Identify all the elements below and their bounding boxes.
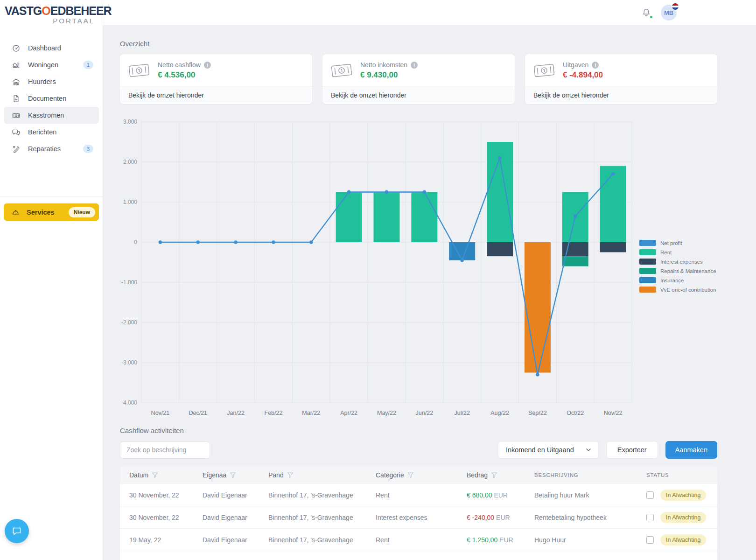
column-label: Bedrag <box>467 471 488 479</box>
sidebar-nav: Dashboard Woningen1 Huurders Documenten … <box>0 40 103 157</box>
sidebar-item-kasstromen[interactable]: Kasstromen <box>4 107 99 124</box>
cell-amount: € 680,00 EUR <box>467 491 534 499</box>
sidebar-item-reparaties[interactable]: Reparaties3 <box>4 140 99 157</box>
column-header: Eigenaa <box>203 471 268 479</box>
table-row[interactable]: 30 November, 22 David Eigenaar Binnenhof… <box>120 506 717 529</box>
sidebar-item-berichten[interactable]: Berichten <box>4 124 99 140</box>
banknote-icon <box>532 62 555 79</box>
export-button[interactable]: Exporteer <box>606 441 658 459</box>
legend-swatch <box>639 249 656 255</box>
kasstromen-icon <box>12 111 21 120</box>
divider <box>0 196 103 197</box>
filter-icon[interactable] <box>152 472 158 478</box>
select-value: Inkomend en Uitgaand <box>506 446 574 454</box>
svg-text:Sep/22: Sep/22 <box>528 410 547 416</box>
svg-text:0: 0 <box>134 239 137 245</box>
cell-amount: € -240,00 EUR <box>467 514 534 521</box>
cell-owner: David Eigenaar <box>203 536 268 544</box>
count-badge: 1 <box>83 61 93 69</box>
huurders-icon <box>12 77 21 86</box>
sidebar-item-huurders[interactable]: Huurders <box>4 73 99 90</box>
table-row[interactable]: 19 May, 22 David Eigenaar Binnenhof 17, … <box>120 529 717 551</box>
legend-item: Insurance <box>639 277 718 283</box>
overview-cards: Netto cashflow i € 4.536,00 Bekijk de om… <box>120 54 717 104</box>
svg-text:2.000: 2.000 <box>123 159 137 165</box>
filter-icon[interactable] <box>287 472 294 478</box>
info-icon[interactable]: i <box>411 62 418 69</box>
count-badge: 3 <box>83 145 93 153</box>
row-checkbox[interactable] <box>646 536 654 544</box>
filter-icon[interactable] <box>491 472 497 478</box>
sidebar-item-label: Berichten <box>28 128 56 136</box>
status-badge: In Afwachting <box>660 512 706 523</box>
svg-text:Jan/22: Jan/22 <box>227 410 245 416</box>
row-checkbox[interactable] <box>646 491 654 499</box>
column-label: STATUS <box>646 472 669 478</box>
column-label: Categorie <box>376 471 404 479</box>
info-icon[interactable]: i <box>204 62 211 69</box>
cashflow-chart-svg[interactable]: 3.0002.0001.0000-1.000-2.000-3.000-4.000… <box>120 116 633 422</box>
overview-card: Uitgaven i € -4.894,00 Bekijk de omzet h… <box>525 54 717 104</box>
logo-orange-o: O <box>42 4 50 17</box>
legend-label: VvE one-of contribution <box>660 287 716 293</box>
status-badge: In Afwachting <box>660 490 706 501</box>
filter-icon[interactable] <box>407 472 414 478</box>
direction-filter-select[interactable]: Inkomend en Uitgaand <box>498 441 599 459</box>
notification-dot <box>649 15 653 19</box>
logo-text: VASTGOEDBEHEER <box>5 4 96 18</box>
cell-status: In Afwachting <box>646 512 717 523</box>
cell-date: 30 November, 22 <box>129 514 203 521</box>
search-input[interactable] <box>120 441 210 459</box>
legend-swatch <box>639 277 656 283</box>
avatar[interactable]: MB <box>661 5 677 21</box>
cashflow-chart-section: 3.0002.0001.0000-1.000-2.000-3.000-4.000… <box>120 116 717 424</box>
overview-card: Netto inkomsten i € 9.430,00 Bekijk de o… <box>322 54 515 104</box>
notification-bell-icon[interactable] <box>641 7 651 18</box>
sidebar-item-dashboard[interactable]: Dashboard <box>4 40 99 56</box>
controls-right: Inkomend en Uitgaand Exporteer Aanmaken <box>498 441 717 459</box>
legend-label: Repairs & Maintenance <box>660 268 716 274</box>
svg-text:Mar/22: Mar/22 <box>302 410 320 416</box>
sidebar-item-woningen[interactable]: Woningen1 <box>4 56 99 73</box>
create-button[interactable]: Aanmaken <box>665 441 717 459</box>
table-row[interactable]: 30 November, 22 David Eigenaar Binnenhof… <box>120 484 717 506</box>
svg-text:May/22: May/22 <box>377 410 396 416</box>
logo-subtitle: PORTAAL <box>5 17 96 25</box>
svg-text:Oct/22: Oct/22 <box>567 410 584 416</box>
card-footer-link[interactable]: Bekijk de omzet hieronder <box>322 86 515 104</box>
chat-fab-button[interactable] <box>5 519 29 543</box>
card-footer-link[interactable]: Bekijk de omzet hieronder <box>120 86 312 104</box>
brand-logo[interactable]: VASTGOEDBEHEER PORTAAL <box>0 0 103 25</box>
legend-item: Net profit <box>639 240 718 246</box>
cell-status: In Afwachting <box>646 534 717 546</box>
sidebar-item-services[interactable]: Services Nieuw <box>4 203 99 221</box>
filter-icon[interactable] <box>230 472 236 478</box>
cell-category: Rent <box>376 536 467 544</box>
svg-text:Jun/22: Jun/22 <box>416 410 434 416</box>
banknote-icon <box>330 62 353 79</box>
svg-text:Feb/22: Feb/22 <box>265 410 283 416</box>
legend-label: Interest expenses <box>660 259 703 265</box>
sidebar-item-label: Kasstromen <box>28 112 64 119</box>
sidebar-item-documenten[interactable]: Documenten <box>4 90 99 107</box>
cashflow-chart[interactable]: 3.0002.0001.0000-1.000-2.000-3.000-4.000… <box>120 116 633 424</box>
legend-label: Rent <box>660 250 672 255</box>
column-label: Eigenaa <box>203 471 226 479</box>
cell-property: Binnenhof 17, 's-Gravenhage <box>268 536 376 544</box>
row-checkbox[interactable] <box>646 514 654 521</box>
chart-legend: Net profit Rent Interest expenses Repair… <box>633 240 718 293</box>
card-label: Netto inkomsten <box>360 61 407 69</box>
cell-owner: David Eigenaar <box>203 514 268 521</box>
cell-category: Rent <box>376 491 467 499</box>
app-window: VASTGOEDBEHEER PORTAAL Dashboard Woninge… <box>0 0 756 560</box>
info-icon[interactable]: i <box>592 62 599 69</box>
card-footer-link[interactable]: Bekijk de omzet hieronder <box>525 86 717 104</box>
legend-swatch <box>639 268 656 274</box>
column-label: BESCHRIJVING <box>534 472 579 478</box>
svg-text:Dec/21: Dec/21 <box>189 410 207 416</box>
status-badge: In Afwachting <box>660 534 706 546</box>
svg-text:Jul/22: Jul/22 <box>455 410 470 416</box>
cell-description: Hugo Huur <box>534 536 646 544</box>
card-value: € 4.536,00 <box>158 70 211 80</box>
activities-controls: Inkomend en Uitgaand Exporteer Aanmaken <box>120 441 717 459</box>
